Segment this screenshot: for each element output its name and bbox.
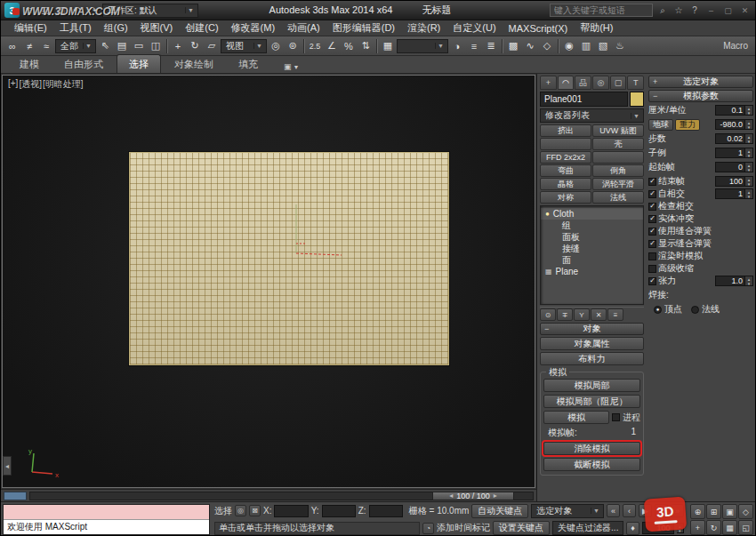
dolly-icon[interactable]: ▦ bbox=[722, 520, 737, 535]
angle-snap-icon[interactable]: ∠ bbox=[324, 38, 340, 54]
x-coordinate-field[interactable] bbox=[274, 505, 308, 517]
tab-modify-icon[interactable]: ◠ bbox=[558, 76, 575, 90]
tab-display-icon[interactable]: ▢ bbox=[610, 76, 627, 90]
menu-item[interactable]: 视图(V) bbox=[134, 20, 180, 36]
window-crossing-icon[interactable]: ◫ bbox=[148, 38, 164, 54]
selected-object-rollout-header[interactable]: + 选定对象 bbox=[648, 76, 753, 88]
ribbon-tab-modeling[interactable]: 建模 bbox=[8, 55, 51, 73]
select-and-move-icon[interactable]: + bbox=[170, 38, 186, 54]
modifier-button[interactable]: 倒角 bbox=[592, 164, 644, 177]
zoom-icon[interactable]: ⊕ bbox=[690, 504, 705, 519]
param-checkbox[interactable] bbox=[648, 265, 656, 273]
object-color-swatch[interactable] bbox=[630, 92, 644, 107]
app-menu-button[interactable]: 3 bbox=[4, 3, 20, 18]
percent-snap-icon[interactable]: % bbox=[341, 38, 357, 54]
ribbon-tab-selection[interactable]: 选择 bbox=[117, 54, 161, 73]
param-checkbox[interactable]: ✓ bbox=[648, 277, 656, 285]
help-icon[interactable]: ? bbox=[688, 4, 701, 17]
menu-item[interactable]: 创建(C) bbox=[179, 20, 224, 36]
go-to-end-icon[interactable]: » bbox=[671, 504, 684, 517]
ribbon-tab-object-paint[interactable]: 对象绘制 bbox=[163, 55, 225, 73]
frame-spinner-icon[interactable] bbox=[677, 523, 684, 533]
undo-icon[interactable]: ↶ bbox=[70, 4, 84, 17]
chevron-down-icon[interactable]: ▼ bbox=[294, 64, 300, 70]
param-checkbox[interactable]: ✓ bbox=[648, 215, 656, 223]
graphite-ribbon-icon[interactable]: ▩ bbox=[505, 38, 521, 54]
time-slider-handle[interactable]: ◂ 100 / 100 ▸ bbox=[432, 492, 514, 500]
modifier-button[interactable]: FFD 2x2x2 bbox=[540, 151, 591, 164]
reference-coordinate-dropdown[interactable]: 视图 bbox=[221, 39, 267, 53]
select-and-link-icon[interactable]: ∞ bbox=[4, 38, 20, 54]
truncate-simulation-button[interactable]: 截断模拟 bbox=[543, 458, 640, 471]
zoom-all-icon[interactable]: ⊞ bbox=[706, 504, 721, 519]
menu-item[interactable]: 自定义(U) bbox=[446, 20, 502, 36]
menu-item[interactable]: 渲染(R) bbox=[401, 20, 446, 36]
key-mode-toggle-icon[interactable]: ♦ bbox=[626, 522, 639, 535]
modifier-button[interactable] bbox=[540, 138, 591, 150]
previous-frame-icon[interactable]: ‹ bbox=[623, 504, 636, 517]
modifier-button[interactable]: 涡轮平滑 bbox=[592, 178, 644, 190]
param-checkbox[interactable]: ✓ bbox=[648, 203, 656, 211]
previous-frame-arrow-icon[interactable]: ◂ bbox=[449, 492, 453, 500]
step-field[interactable]: 0.02 bbox=[715, 133, 753, 144]
workspace-dropdown[interactable]: 工作区: 默认 bbox=[102, 4, 198, 18]
modifier-button[interactable]: 晶格 bbox=[540, 178, 591, 190]
zoom-extents-icon[interactable]: ▣ bbox=[722, 504, 737, 519]
maxscript-mini-listener[interactable]: 欢迎使用 MAXScript bbox=[3, 504, 210, 535]
viewport-menu-shading[interactable]: [明暗处理] bbox=[43, 78, 84, 91]
menu-item[interactable]: 图形编辑器(D) bbox=[326, 20, 401, 36]
ribbon-tool-icon[interactable]: ▣ bbox=[284, 62, 292, 71]
object-properties-button[interactable]: 对象属性 bbox=[540, 337, 644, 350]
minimize-button[interactable]: – bbox=[704, 4, 718, 17]
schematic-view-icon[interactable]: ◇ bbox=[539, 38, 555, 54]
pin-stack-icon[interactable]: ⊙ bbox=[540, 308, 556, 321]
spinner-snap-icon[interactable]: ⇅ bbox=[358, 38, 374, 54]
next-frame-arrow-icon[interactable]: ▸ bbox=[494, 492, 497, 500]
erase-simulation-button[interactable]: 消除模拟 bbox=[543, 442, 640, 455]
material-editor-icon[interactable]: ◉ bbox=[561, 38, 577, 54]
go-to-start-icon[interactable]: « bbox=[607, 504, 620, 517]
param-field[interactable]: 1.0 bbox=[715, 276, 753, 286]
viewport-layout-tab[interactable]: ◂ bbox=[3, 456, 12, 476]
tab-utilities-icon[interactable]: T bbox=[627, 76, 644, 90]
selection-region-icon[interactable]: ▭ bbox=[131, 38, 147, 54]
align-icon[interactable]: ≡ bbox=[466, 38, 482, 54]
add-time-tag[interactable]: 添加时间标记 bbox=[437, 522, 490, 534]
param-checkbox[interactable]: ✓ bbox=[648, 178, 656, 186]
mirror-icon[interactable]: ◑ bbox=[449, 38, 465, 54]
layer-manager-icon[interactable]: ≣ bbox=[483, 38, 499, 54]
named-selection-sets-icon[interactable]: ▦ bbox=[380, 38, 396, 54]
pan-icon[interactable]: + bbox=[690, 520, 705, 535]
select-and-manipulate-icon[interactable]: ⊚ bbox=[285, 38, 301, 54]
modifier-button[interactable]: 壳 bbox=[592, 138, 644, 150]
gravity-field[interactable]: -980.0 bbox=[715, 119, 753, 130]
stack-item-plane[interactable]: ▦ Plane bbox=[541, 266, 643, 277]
radio-icon[interactable] bbox=[691, 306, 699, 314]
close-button[interactable]: ✕ bbox=[738, 4, 752, 17]
modifier-button[interactable]: 弯曲 bbox=[540, 164, 591, 177]
field-of-view-icon[interactable]: ◇ bbox=[738, 504, 753, 519]
use-pivot-center-icon[interactable]: ◎ bbox=[268, 38, 284, 54]
weld-option[interactable]: 法线 bbox=[691, 303, 720, 316]
unlink-selection-icon[interactable]: ≠ bbox=[21, 38, 37, 54]
search-input[interactable] bbox=[550, 4, 653, 17]
new-scene-icon[interactable]: □ bbox=[22, 4, 36, 17]
bind-to-spacewarp-icon[interactable]: ≈ bbox=[38, 38, 54, 54]
curve-editor-icon[interactable]: ∿ bbox=[522, 38, 538, 54]
time-slider-track[interactable]: ◂ 100 / 100 ▸ bbox=[29, 492, 534, 500]
select-and-scale-icon[interactable]: ▱ bbox=[204, 38, 220, 54]
weld-option[interactable]: ● 顶点 bbox=[654, 303, 682, 316]
next-frame-icon[interactable]: › bbox=[655, 504, 668, 517]
z-coordinate-field[interactable] bbox=[369, 505, 403, 517]
orbit-icon[interactable]: ↻ bbox=[706, 520, 721, 535]
maximize-viewport-icon[interactable]: ◱ bbox=[738, 520, 753, 535]
earth-button[interactable]: 地球 bbox=[648, 119, 673, 131]
key-mode-dropdown[interactable]: 选定对象 bbox=[531, 504, 604, 518]
modifier-stack[interactable]: ● Cloth 组 面板 接缝 面 bbox=[540, 205, 644, 305]
start-frame-field[interactable]: 0 bbox=[715, 162, 753, 172]
selection-filter-dropdown[interactable]: 全部 bbox=[55, 39, 96, 53]
select-and-rotate-icon[interactable]: ↻ bbox=[187, 38, 203, 54]
remove-modifier-icon[interactable]: ✕ bbox=[591, 308, 607, 321]
modifier-button[interactable]: 法线 bbox=[592, 191, 644, 204]
set-key-button[interactable]: 设置关键点 bbox=[493, 521, 550, 535]
